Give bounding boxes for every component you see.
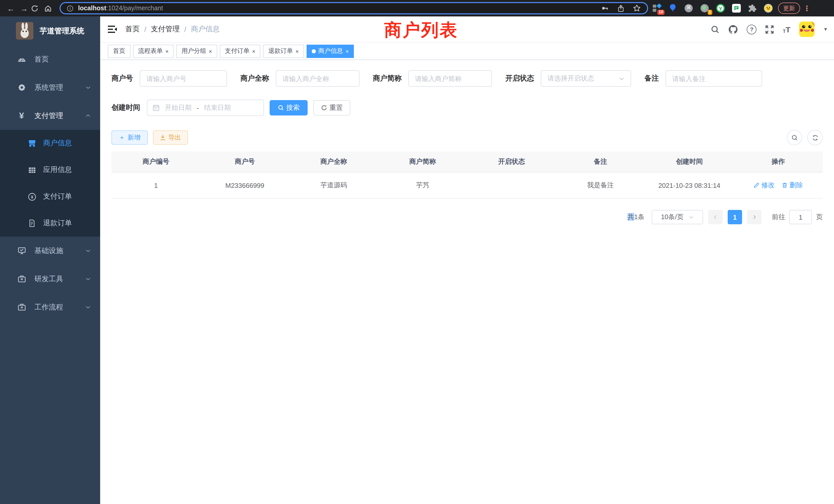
- app-title: 芋道管理系统: [40, 26, 84, 36]
- sidebar-item-label: 支付管理: [35, 111, 63, 120]
- tab-user-group[interactable]: 用户分组×: [176, 44, 217, 58]
- monitor-icon: [17, 246, 27, 255]
- close-icon[interactable]: ×: [209, 48, 212, 54]
- sidebar-item-app-info[interactable]: 应用信息: [0, 157, 100, 183]
- browser-toolbar: ← → localhost:1024/pay/merchant: [0, 0, 834, 17]
- active-tab-dot: [312, 49, 316, 53]
- extension-badge: 1: [707, 10, 712, 15]
- plus-icon: ＋: [118, 133, 125, 142]
- breadcrumb-payment[interactable]: 支付管理: [151, 25, 180, 34]
- user-avatar[interactable]: [799, 22, 814, 37]
- tab-merchant-info[interactable]: 商户信息×: [307, 44, 354, 58]
- extensions-puzzle-icon[interactable]: [748, 4, 757, 13]
- url-bar[interactable]: localhost:1024/pay/merchant: [60, 2, 648, 14]
- merchant-table: 商户编号 商户号 商户全称 商户简称 开启状态 备注 创建时间 操作 1 M23…: [111, 152, 823, 199]
- extension-chat-icon[interactable]: [732, 4, 741, 13]
- close-icon[interactable]: ×: [166, 48, 169, 54]
- goto-page: 前往 页: [772, 210, 823, 224]
- chevron-down-icon: [85, 85, 91, 90]
- reload-icon[interactable]: [31, 4, 44, 12]
- github-icon[interactable]: [728, 25, 738, 34]
- profile-avatar-emoji[interactable]: [764, 4, 773, 13]
- short-name-label: 商户简称: [373, 74, 401, 83]
- sidebar-item-dev-tools[interactable]: 研发工具: [0, 265, 100, 293]
- tab-home[interactable]: 首页: [108, 44, 130, 58]
- site-info-icon[interactable]: [67, 5, 73, 12]
- chevron-down-icon: [619, 76, 624, 81]
- close-icon[interactable]: ×: [295, 48, 299, 54]
- next-page-button[interactable]: [747, 210, 762, 224]
- export-button[interactable]: 导出: [153, 130, 188, 145]
- status-select[interactable]: 请选择开启状态: [541, 70, 631, 87]
- date-range-picker[interactable]: 开始日期 - 结束日期: [147, 99, 264, 116]
- browser-menu-icon[interactable]: ⋮: [803, 4, 810, 12]
- sidebar-item-pay-order[interactable]: ¥ 支付订单: [0, 183, 100, 210]
- tab-refund-order[interactable]: 退款订单×: [263, 44, 304, 58]
- create-time-label: 创建时间: [111, 103, 140, 112]
- help-icon[interactable]: ?: [747, 24, 757, 34]
- extension-tiles-icon[interactable]: 10: [652, 4, 661, 13]
- back-icon[interactable]: ←: [4, 4, 18, 13]
- sidebar-item-label: 首页: [35, 55, 49, 64]
- app-header: 首页 / 支付管理 / 商户信息 ? TT ▼: [100, 17, 834, 43]
- tags-view-bar: 首页 流程表单× 用户分组× 支付订单× 退款订单× 商户信息×: [100, 43, 834, 60]
- sidebar-item-home[interactable]: 首页: [0, 45, 100, 73]
- filter-row-1: 商户号 商户全称 商户简称 开启状态 请选择开启状态 备注: [111, 70, 823, 87]
- goto-page-input[interactable]: [789, 210, 812, 224]
- tab-pay-order[interactable]: 支付订单×: [220, 44, 261, 58]
- cell-short-name: 芋艿: [378, 181, 467, 190]
- home-icon[interactable]: [44, 4, 58, 12]
- avatar-caret-icon[interactable]: ▼: [823, 27, 828, 32]
- sidebar-item-payment[interactable]: ¥ 支付管理: [0, 101, 100, 130]
- table-header-row: 商户编号 商户号 商户全称 商户简称 开启状态 备注 创建时间 操作: [111, 152, 823, 173]
- sidebar: 芋道管理系统 首页 系统管理 ¥ 支付管理: [0, 17, 100, 504]
- reset-button[interactable]: 重置: [313, 100, 350, 115]
- forward-icon[interactable]: →: [18, 4, 31, 13]
- close-icon[interactable]: ×: [252, 48, 256, 54]
- sidebar-item-label: 商户信息: [43, 139, 72, 148]
- trash-icon: [782, 182, 788, 188]
- col-header: 商户简称: [378, 157, 467, 166]
- prev-page-button[interactable]: [708, 210, 723, 224]
- delete-link[interactable]: 删除: [782, 181, 803, 190]
- col-header: 操作: [734, 157, 823, 166]
- merchant-no-input[interactable]: [140, 70, 227, 87]
- search-button[interactable]: 搜索: [270, 100, 308, 115]
- download-icon: [159, 135, 166, 141]
- col-header: 商户全称: [289, 157, 378, 166]
- breadcrumb-home[interactable]: 首页: [125, 25, 140, 34]
- sidebar-item-refund-order[interactable]: 退款订单: [0, 210, 100, 236]
- short-name-input[interactable]: [408, 70, 492, 87]
- sidebar-item-merchant-info[interactable]: 商户信息: [0, 130, 100, 157]
- sidebar-item-workflow[interactable]: 工作流程: [0, 293, 100, 321]
- extension-balloon-icon[interactable]: [668, 4, 677, 13]
- pagination: 共1条 10条/页 1 前往 页: [111, 210, 823, 224]
- current-page-button[interactable]: 1: [728, 210, 742, 224]
- fullscreen-icon[interactable]: [765, 25, 774, 33]
- sidebar-item-system[interactable]: 系统管理: [0, 73, 100, 101]
- hide-search-button[interactable]: [787, 130, 802, 145]
- full-name-input[interactable]: [276, 70, 359, 87]
- search-icon[interactable]: [711, 25, 720, 33]
- password-key-icon[interactable]: [601, 4, 609, 12]
- add-button[interactable]: ＋ 新增: [111, 130, 148, 145]
- edit-link[interactable]: 修改: [754, 181, 775, 190]
- extension-y-icon[interactable]: y: [716, 4, 725, 13]
- app-logo-row[interactable]: 芋道管理系统: [0, 17, 100, 45]
- browser-update-button[interactable]: 更新: [778, 3, 800, 14]
- sidebar-item-label: 基础设施: [35, 246, 63, 255]
- remark-input[interactable]: [665, 70, 762, 87]
- share-icon[interactable]: [617, 4, 624, 12]
- table-row: 1 M233666999 芋道源码 芋艿 我是备注 2021-10-23 08:…: [111, 173, 823, 199]
- refresh-table-button[interactable]: [807, 130, 823, 145]
- extension-profile-icon[interactable]: 1: [700, 4, 709, 13]
- extension-command-icon[interactable]: ⌘: [684, 4, 693, 13]
- sidebar-item-infrastructure[interactable]: 基础设施: [0, 236, 100, 265]
- font-size-icon[interactable]: TT: [783, 25, 790, 33]
- close-icon[interactable]: ×: [346, 48, 349, 54]
- tab-process-form[interactable]: 流程表单×: [133, 44, 174, 58]
- bookmark-star-icon[interactable]: [633, 4, 641, 12]
- status-label: 开启状态: [505, 74, 534, 83]
- page-size-select[interactable]: 10条/页: [652, 210, 703, 224]
- sidebar-collapse-icon[interactable]: [108, 25, 117, 33]
